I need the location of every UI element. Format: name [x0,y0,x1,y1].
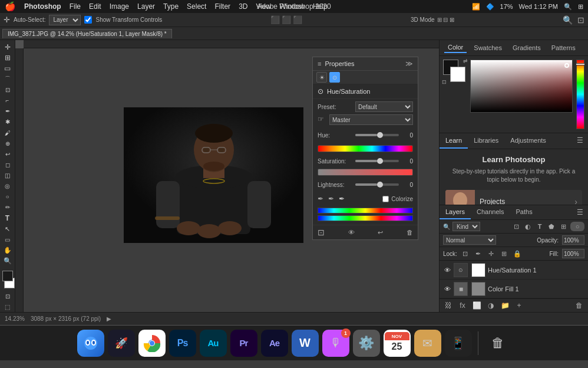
rectangle-shape[interactable]: ▭ [1,235,14,244]
filter-shape-icon[interactable]: ⬟ [547,222,556,231]
delete-layer-btn[interactable]: 🗑 [574,301,584,310]
hand-tool[interactable]: ✋ [1,245,14,255]
dock-premiere[interactable]: Pr [230,330,257,357]
canvas-content[interactable]: ≡ Properties ≫ ☀ ⊙ ⊙ Hue/Saturation [24,48,439,312]
sat-thumb[interactable] [377,158,383,164]
app-menu-photoshop[interactable]: Photoshop [24,2,61,11]
learn-panel-menu[interactable]: ☰ [572,133,588,149]
auto-select-dropdown[interactable]: Layer Group [49,15,81,25]
lock-transparent-icon[interactable]: ⊡ [461,249,470,258]
lightness-slider[interactable] [355,180,399,189]
filter-adjustment-icon[interactable]: ◐ [523,222,533,231]
colorize-checkbox[interactable] [382,196,389,202]
menu-file[interactable]: File [70,2,81,11]
lock-image-icon[interactable]: ✒ [474,249,483,258]
lasso-tool[interactable]: ⌒ [1,74,14,84]
tab-gradients[interactable]: Gradients [509,43,544,52]
dock-system-prefs[interactable]: ⚙️ [353,330,380,357]
menu-3d[interactable]: 3D [239,2,247,11]
dock-word[interactable]: W [292,330,319,357]
history-brush[interactable]: ↩ [1,149,14,159]
eyedropper-tool[interactable]: ✒ [1,107,14,116]
hue-vertical-bar[interactable] [576,60,584,129]
reset-colors-icon[interactable]: ⊡ [442,79,447,85]
tab-patterns[interactable]: Patterns [548,43,579,52]
layer-item[interactable]: 👁 ⊙ Hue/Saturation 1 [440,261,588,280]
set-black-point-icon[interactable]: ✒ [318,195,323,203]
artboard-tool[interactable]: ⊞ [1,53,14,63]
spot-healing-brush[interactable]: ✱ [1,117,14,127]
tab-learn[interactable]: Learn [440,133,468,149]
path-selection[interactable]: ↖ [1,224,14,234]
dock-calendar[interactable]: NOV 25 [384,330,411,357]
create-group-btn[interactable]: 📁 [500,301,510,310]
hue-thumb[interactable] [377,132,383,138]
create-adjustment-layer-btn[interactable]: ◑ [485,301,496,310]
channel-dropdown[interactable]: Master Reds Yellows Greens Cyans Blues M… [329,114,413,125]
dodge-tool[interactable]: ○ [1,192,14,202]
menu-select[interactable]: Select [187,2,206,11]
delete-adj-icon[interactable]: 🗑 [407,229,413,236]
tab-color[interactable]: Color [444,42,467,53]
spotlight-icon[interactable]: 🔍 [564,3,572,11]
filter-toggle[interactable]: ○ [570,222,584,231]
filter-pixel-icon[interactable]: ⊡ [511,222,521,231]
swap-colors-icon[interactable]: ⇌ [463,58,468,64]
menu-layer[interactable]: Layer [137,2,155,11]
panel-expand-btn[interactable]: ≫ [405,60,413,68]
menu-filter[interactable]: Filter [214,2,230,11]
lock-position-icon[interactable]: ✛ [487,249,496,258]
tab-layers[interactable]: Layers [440,205,471,219]
rectangular-marquee[interactable]: ▭ [1,64,14,73]
dock-chrome[interactable] [138,330,166,357]
align-left-icon[interactable]: ⬛ [270,15,280,24]
search-workspace-icon[interactable]: 🔍 [563,15,573,25]
preset-dropdown[interactable]: Default [355,101,413,112]
filter-text-icon[interactable]: T [535,222,544,231]
dock-trash[interactable]: 🗑 [484,330,511,357]
zoom-tool[interactable]: 🔍 [1,257,14,266]
dock-aftereffects[interactable]: Ae [261,330,288,357]
set-gray-point-icon[interactable]: ✒ [328,195,334,203]
menu-edit[interactable]: Edit [89,2,101,11]
fill-input[interactable] [562,249,584,258]
move-tool[interactable]: ✛ [1,42,14,52]
control-center-icon[interactable]: ⊞ [578,3,583,11]
set-white-point-icon[interactable]: ✒ [339,195,345,203]
light-thumb[interactable] [377,182,383,188]
filter-kind-dropdown[interactable]: Kind [452,222,480,231]
lock-artboard-icon[interactable]: ⊞ [500,249,509,258]
saturation-slider[interactable] [355,157,399,165]
tab-paths[interactable]: Paths [510,205,539,219]
reset-icon[interactable]: ↩ [378,229,383,236]
brightness-adj-icon[interactable]: ☀ [316,72,327,83]
dock-podcast[interactable]: 🎙 1 [322,330,349,357]
tab-swatches[interactable]: Swatches [470,43,506,52]
tab-adjustments[interactable]: Adjustments [504,133,552,149]
hue-slider[interactable] [355,131,399,139]
layer-visibility-toggle[interactable]: 👁 [443,266,451,274]
align-right-icon[interactable]: ⬛ [293,15,302,24]
color-saturation-square[interactable] [470,60,573,113]
visibility-icon[interactable]: 👁 [348,229,355,236]
object-select-tool[interactable]: ⊡ [1,86,14,95]
clip-layer-icon[interactable]: ⊡ [318,228,325,237]
opacity-input[interactable] [562,235,584,245]
dock-audition[interactable]: Au [200,330,227,357]
dock-stamps[interactable]: ✉ [414,330,441,357]
hue-sat-adj-icon[interactable]: ⊙ [329,72,340,83]
background-swatch[interactable] [450,67,465,82]
dock-control[interactable]: 📱 [445,330,472,357]
blur-tool[interactable]: ◎ [1,182,14,191]
status-arrow[interactable]: ▶ [107,316,111,322]
add-layer-style-btn[interactable]: fx [457,301,468,310]
layer-visibility-toggle[interactable]: 👁 [443,285,451,293]
text-tool[interactable]: T [1,213,14,223]
clone-stamp[interactable]: ⊕ [1,139,14,148]
align-center-icon[interactable]: ⬛ [282,15,291,24]
layer-item[interactable]: 👁 ◼ Color Fill 1 [440,280,588,298]
foreground-color[interactable] [2,271,13,281]
menu-image[interactable]: Image [110,2,129,11]
apple-menu[interactable]: 🍎 [5,1,16,12]
filter-smartobj-icon[interactable]: ⊞ [559,222,568,231]
